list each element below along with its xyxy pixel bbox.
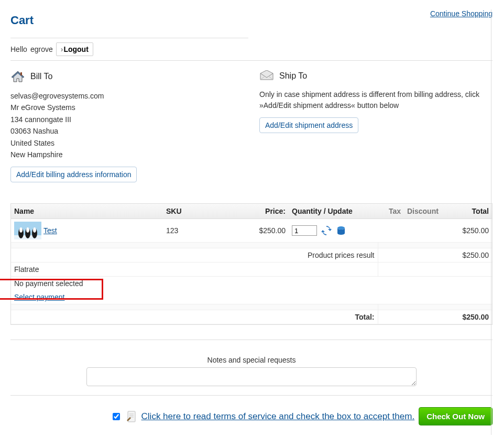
quantity-input[interactable] [292,225,317,236]
col-qty: Quantity / Update [289,204,378,219]
svg-rect-2 [20,72,22,75]
continue-shopping-link[interactable]: Continue Shopping [430,9,493,18]
item-sku: 123 [163,219,231,243]
col-sku: SKU [163,204,231,219]
bill-name: Mr eGrove Systems [10,102,244,113]
bill-to-section: Bill To selvas@egrovesystems.com Mr eGro… [10,70,244,182]
checkout-button[interactable]: Check Out Now [419,407,493,425]
ship-to-note: Only in case shipment address is differe… [259,89,493,111]
spacer-row-2 [11,304,492,310]
logout-button[interactable]: Logout [56,42,93,56]
page-title: Cart [10,14,34,27]
edit-billing-button[interactable]: Add/Edit billing address information [10,167,137,182]
notes-heading: Notes and special requests [10,356,493,364]
greeting: Hello egrove Logout [10,42,493,56]
col-price: Price: [231,204,289,219]
bill-region: New Hampshire [10,149,244,160]
col-tax: Tax [378,204,404,219]
ship-to-heading: Ship To [279,71,307,81]
svg-point-11 [33,227,36,233]
house-icon [10,70,25,83]
notes-section: Notes and special requests [10,356,493,388]
bill-city-zip: 03063 Nashua [10,125,244,137]
notes-textarea[interactable] [86,367,417,386]
col-total: Total [442,204,492,219]
item-discount [404,219,442,243]
bill-email: selvas@egrovesystems.com [10,90,244,102]
cart-table: Name SKU Price: Quantity / Update Tax Di… [11,204,492,324]
svg-rect-13 [128,411,135,422]
table-row: Test 123 $250.00 [11,219,492,243]
spacer-row [11,243,492,248]
envelope-icon [259,70,274,82]
product-name-link[interactable]: Test [43,226,57,235]
username: egrove [30,45,53,53]
col-name: Name [11,204,163,219]
select-payment-row: Select payment [11,290,492,304]
bill-to-heading: Bill To [30,72,52,81]
greeting-prefix: Hello [10,45,27,53]
subtotal-row: Product prices result $250.00 [11,248,492,263]
item-tax [378,219,404,243]
item-total: $250.00 [442,219,492,243]
payment-none-row: No payment selected [11,277,492,291]
bill-country: United States [10,137,244,149]
bill-street: 134 cannongate III [10,114,244,125]
select-payment-link[interactable]: Select payment [14,293,65,301]
tos-checkbox[interactable] [113,413,120,420]
item-price: $250.00 [231,219,289,243]
svg-point-9 [26,227,29,233]
document-icon [126,411,137,422]
ship-to-section: Ship To Only in case shipment address is… [259,70,493,182]
delete-icon[interactable] [336,225,346,236]
edit-shipping-button[interactable]: Add/Edit shipment address [259,117,358,133]
tos-link[interactable]: Click here to read terms of service and … [141,411,415,422]
refresh-icon[interactable] [321,225,332,236]
product-thumbnail [14,222,41,239]
col-discount: Discount [404,204,442,219]
grand-total-row: Total: $250.00 [11,310,492,324]
svg-point-12 [337,226,345,230]
svg-point-7 [19,227,23,233]
shipping-row: Flatrate [11,263,492,277]
